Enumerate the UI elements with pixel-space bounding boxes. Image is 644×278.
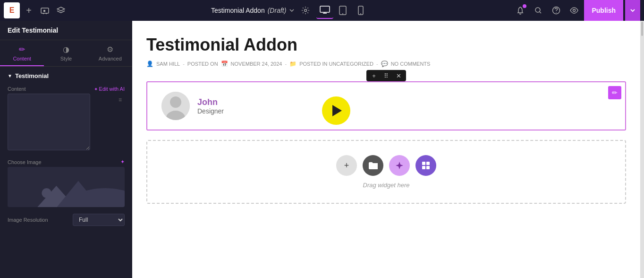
meta-author-icon: 👤 [146,61,153,67]
main-layout: Edit Testimonial ✏ Content ◑ Style ⚙ Adv… [0,21,644,278]
panel-title: Edit Testimonial [0,21,132,40]
drop-zone[interactable]: + Drag widget here [146,140,626,204]
image-preview[interactable] [8,167,125,207]
advanced-tab-icon: ⚙ [107,45,113,54]
svg-rect-23 [426,166,430,169]
content-tab-label: Content [13,56,31,61]
publish-button[interactable]: Publish [584,0,623,21]
svg-point-8 [535,8,540,12]
search-button[interactable] [530,2,546,18]
widget-close-btn[interactable]: ✕ [394,71,403,80]
play-button[interactable] [322,96,350,125]
elementor-logo[interactable]: E [4,2,20,18]
dz-widget-button[interactable] [415,155,436,176]
widget-move-btn[interactable]: ⠿ [381,71,391,80]
meta-calendar-icon: 📅 [221,61,228,67]
widget-add-btn[interactable]: + [369,71,379,80]
meta-category: POSTED IN UNCATEGORIZED [299,61,373,67]
meta-posted-on: POSTED ON [187,61,218,67]
content-textarea-wrap: ≡ [8,94,125,152]
svg-point-10 [556,12,557,13]
drop-zone-actions: + [336,155,436,176]
testimonial-info: John Designer [197,97,224,115]
choose-image-label: Choose Image [8,159,42,165]
section-arrow: ▼ [8,73,12,78]
add-element-button[interactable]: + [22,3,36,17]
content-field-label: Content ✦ Edit with AI [8,86,125,92]
content-field: Content ✦ Edit with AI ≡ [0,83,132,155]
doc-status: (Draft) [268,7,287,14]
choose-image-ai-icon[interactable]: ✦ [120,159,125,165]
resolution-label: Image Resolution [8,217,48,223]
style-tab-icon: ◑ [63,45,69,54]
svg-rect-3 [320,6,330,12]
advanced-tab-label: Advanced [99,56,122,61]
tablet-device-btn[interactable] [334,2,351,19]
testimonial-avatar [161,92,190,120]
dz-folder-button[interactable] [363,155,383,176]
resolution-row: Image Resolution Full Large Medium Thumb… [0,211,132,231]
content-textarea[interactable] [8,94,90,150]
page-title: Testimonial Addon [146,35,626,55]
tab-content[interactable]: ✏ Content [0,40,44,66]
right-scrollbar[interactable] [640,21,644,278]
dz-magic-button[interactable] [389,155,410,176]
mobile-device-btn[interactable] [352,2,369,19]
tab-style[interactable]: ◑ Style [44,40,88,66]
page-meta: 👤 SAM HILL - POSTED ON 📅 NOVEMBER 24, 20… [146,61,626,67]
svg-point-5 [342,13,343,14]
svg-point-11 [573,9,576,12]
meta-comment-icon: 💬 [381,61,388,67]
edit-with-ai-button[interactable]: ✦ Edit with AI [94,86,125,92]
widget-toolbar: + ⠿ ✕ [366,70,406,81]
preview-button[interactable] [566,2,582,18]
meta-comments: NO COMMENTS [391,61,431,67]
svg-rect-20 [422,162,425,165]
tab-advanced[interactable]: ⚙ Advanced [88,40,132,66]
testimonial-name: John [197,97,224,107]
canvas-area: Testimonial Addon 👤 SAM HILL - POSTED ON… [132,21,640,278]
widget-edit-button[interactable]: ✏ [608,86,621,99]
doc-title[interactable]: Testimonial Addon (Draft) [211,7,295,14]
doc-title-text: Testimonial Addon [211,7,265,14]
canvas-page: Testimonial Addon 👤 SAM HILL - POSTED ON… [132,21,640,278]
left-panel: Edit Testimonial ✏ Content ◑ Style ⚙ Adv… [0,21,132,278]
content-tab-icon: ✏ [19,45,25,54]
play-triangle [332,105,342,116]
notification-dot [523,4,526,8]
svg-point-18 [170,96,181,108]
publish-dropdown-button[interactable] [625,0,640,21]
section-label: Testimonial [15,72,49,79]
svg-rect-21 [426,162,430,165]
settings-icon[interactable] [298,3,313,17]
responsive-icon[interactable] [38,3,52,17]
testimonial-section-header[interactable]: ▼ Testimonial [0,67,132,83]
header-center: Testimonial Addon (Draft) [70,2,510,19]
svg-point-16 [42,188,51,198]
testimonial-content: John Designer [147,82,625,130]
testimonial-role: Designer [197,107,224,115]
desktop-device-btn[interactable] [316,2,333,19]
choose-image-row: Choose Image ✦ [0,155,132,167]
style-tab-label: Style [60,56,72,61]
drop-text: Drag widget here [363,182,410,189]
meta-author: SAM HILL [156,61,180,67]
edit-ai-label: Edit with AI [99,86,125,92]
panel-tabs: ✏ Content ◑ Style ⚙ Advanced [0,40,132,67]
layers-icon[interactable] [54,3,68,17]
svg-point-7 [360,13,361,14]
image-preview-inner [8,167,125,207]
meta-date: NOVEMBER 24, 2024 [231,61,282,67]
notifications-button[interactable] [512,2,528,18]
svg-point-2 [305,9,307,12]
dz-add-button[interactable]: + [336,155,357,176]
resolution-select[interactable]: Full Large Medium Thumbnail [73,214,125,226]
content-label-text: Content [8,86,26,92]
top-header: E + Testimonial Addon (Draft) [0,0,644,21]
help-button[interactable] [548,2,564,18]
device-selector [316,2,369,19]
testimonial-widget[interactable]: + ⠿ ✕ ✏ [146,81,626,130]
textarea-format-icon: ≡ [119,96,122,103]
svg-rect-1 [43,10,45,12]
meta-folder-icon: 📁 [289,61,297,67]
